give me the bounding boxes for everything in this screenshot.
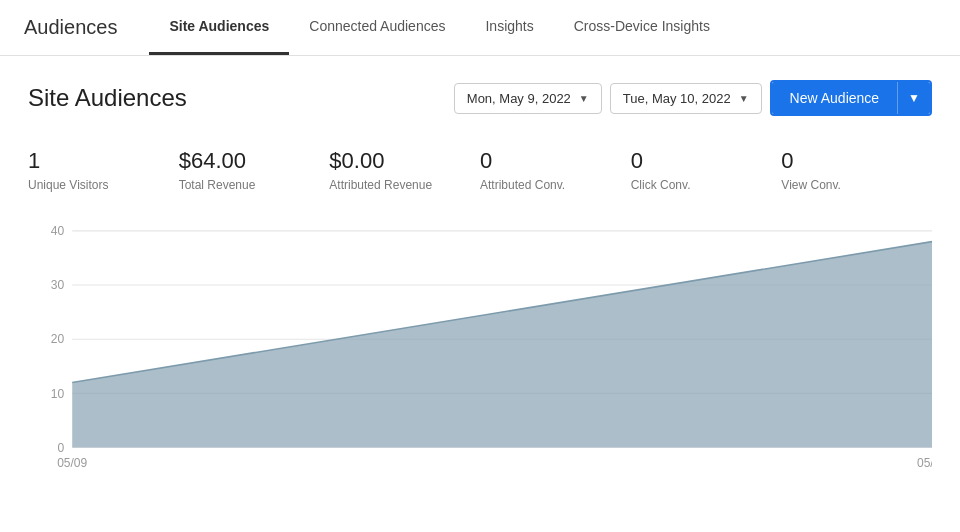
metric-attributed-revenue: $0.00 Attributed Revenue [329, 148, 480, 192]
metric-attributed-conv: 0 Attributed Conv. [480, 148, 631, 192]
metric-total-revenue-value: $64.00 [179, 148, 330, 174]
page-title: Site Audiences [28, 84, 187, 112]
metric-unique-visitors-value: 1 [28, 148, 179, 174]
start-date-chevron-icon: ▼ [579, 93, 589, 104]
start-date-value: Mon, May 9, 2022 [467, 91, 571, 106]
metric-view-conv: 0 View Conv. [781, 148, 932, 192]
tab-cross-device-insights[interactable]: Cross-Device Insights [554, 0, 730, 55]
start-date-picker[interactable]: Mon, May 9, 2022 ▼ [454, 83, 602, 114]
svg-text:30: 30 [51, 278, 64, 293]
end-date-picker[interactable]: Tue, May 10, 2022 ▼ [610, 83, 762, 114]
chart-svg: 40 30 20 10 0 05/09 05/10 [28, 220, 932, 480]
svg-text:20: 20 [51, 332, 64, 347]
nav-tabs: Site Audiences Connected Audiences Insig… [149, 0, 729, 55]
header-row: Site Audiences Mon, May 9, 2022 ▼ Tue, M… [28, 80, 932, 116]
metric-view-conv-value: 0 [781, 148, 932, 174]
header-controls: Mon, May 9, 2022 ▼ Tue, May 10, 2022 ▼ N… [454, 80, 932, 116]
metric-attributed-conv-label: Attributed Conv. [480, 178, 631, 192]
new-audience-dropdown-button[interactable]: ▼ [897, 82, 930, 114]
svg-text:05/10: 05/10 [917, 456, 932, 471]
metric-click-conv-value: 0 [631, 148, 782, 174]
metric-total-revenue: $64.00 Total Revenue [179, 148, 330, 192]
metric-unique-visitors-label: Unique Visitors [28, 178, 179, 192]
svg-text:05/09: 05/09 [57, 456, 87, 471]
top-nav: Audiences Site Audiences Connected Audie… [0, 0, 960, 56]
chart-area: 40 30 20 10 0 05/09 05/10 [28, 220, 932, 480]
metric-total-revenue-label: Total Revenue [179, 178, 330, 192]
svg-text:10: 10 [51, 386, 64, 401]
metric-attributed-conv-value: 0 [480, 148, 631, 174]
metric-click-conv-label: Click Conv. [631, 178, 782, 192]
tab-connected-audiences[interactable]: Connected Audiences [289, 0, 465, 55]
end-date-chevron-icon: ▼ [739, 93, 749, 104]
chart-area-fill [72, 242, 932, 448]
metrics-row: 1 Unique Visitors $64.00 Total Revenue $… [28, 148, 932, 192]
tab-site-audiences[interactable]: Site Audiences [149, 0, 289, 55]
main-content: Site Audiences Mon, May 9, 2022 ▼ Tue, M… [0, 56, 960, 496]
svg-text:40: 40 [51, 224, 64, 239]
tab-insights[interactable]: Insights [465, 0, 553, 55]
metric-view-conv-label: View Conv. [781, 178, 932, 192]
brand-label: Audiences [24, 16, 117, 39]
metric-unique-visitors: 1 Unique Visitors [28, 148, 179, 192]
metric-attributed-revenue-value: $0.00 [329, 148, 480, 174]
metric-attributed-revenue-label: Attributed Revenue [329, 178, 480, 192]
end-date-value: Tue, May 10, 2022 [623, 91, 731, 106]
new-audience-button[interactable]: New Audience [772, 82, 898, 114]
svg-text:0: 0 [57, 440, 64, 455]
metric-click-conv: 0 Click Conv. [631, 148, 782, 192]
new-audience-btn-group: New Audience ▼ [770, 80, 932, 116]
